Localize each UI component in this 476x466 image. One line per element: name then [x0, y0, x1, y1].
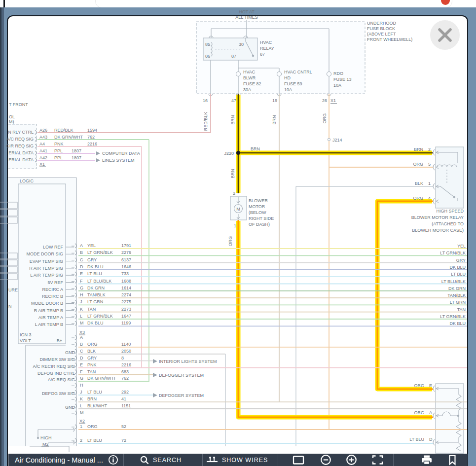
- bookmark-icon: [448, 455, 457, 466]
- toolbar-separator: [202, 454, 203, 466]
- toolbar-separator: [278, 454, 278, 466]
- show-wires-button[interactable]: SHOW WIRES: [206, 454, 268, 466]
- fit-screen-button[interactable]: [372, 454, 383, 466]
- close-button[interactable]: [430, 20, 460, 50]
- bottom-toolbar: Air Conditioning - Manual ... SEARCH SHO…: [8, 454, 468, 466]
- fit-screen-icon: [372, 455, 383, 465]
- diagram-modal: [7, 15, 468, 466]
- show-wires-label: SHOW WIRES: [222, 457, 268, 464]
- diagram-title-group: Air Conditioning - Manual ...: [15, 454, 103, 466]
- address-pill[interactable]: [95, 0, 452, 7]
- selection-box-icon: [293, 455, 304, 465]
- toolbar-separator: [393, 454, 394, 466]
- zoom-out-button[interactable]: [320, 454, 331, 466]
- toolbar-separator: [123, 454, 124, 466]
- topbar-tick: [3, 0, 5, 7]
- diagram-title: Air Conditioning - Manual ...: [15, 456, 103, 464]
- search-icon: [140, 456, 149, 465]
- zoom-out-icon: [320, 454, 331, 466]
- zoom-in-button[interactable]: [346, 454, 357, 466]
- show-wires-icon: [206, 456, 218, 465]
- bookmark-button[interactable]: [448, 454, 457, 466]
- search-button[interactable]: SEARCH: [140, 454, 182, 466]
- search-label: SEARCH: [153, 457, 182, 464]
- page-edge-shadow-2: [1, 7, 4, 466]
- info-button[interactable]: [108, 454, 118, 466]
- browser-topbar: [0, 0, 476, 7]
- close-icon: [430, 20, 460, 50]
- print-icon: [421, 455, 433, 465]
- selection-box-button[interactable]: [293, 454, 304, 466]
- print-button[interactable]: [421, 454, 433, 466]
- info-icon: [108, 455, 118, 465]
- zoom-in-icon: [346, 454, 357, 466]
